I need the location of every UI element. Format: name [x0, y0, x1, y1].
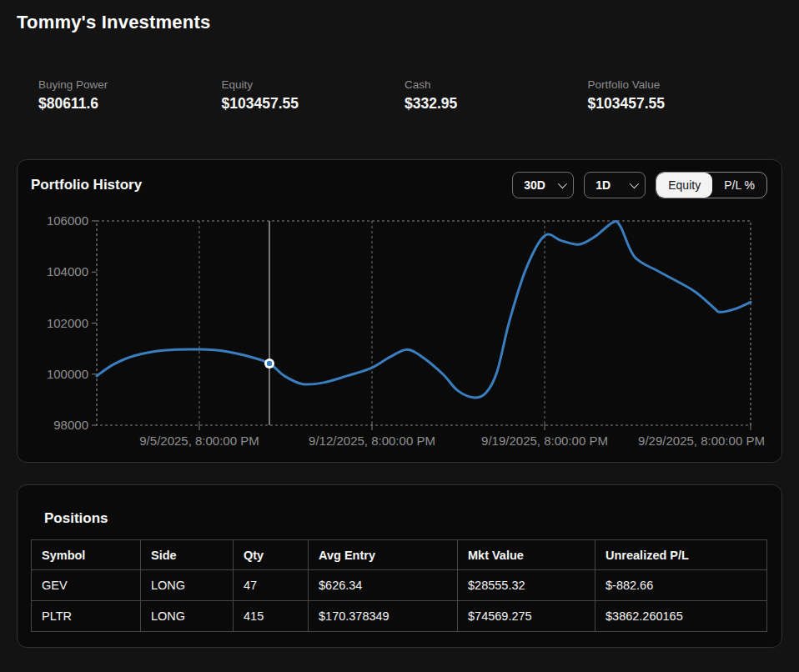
chart-controls: 30D 1D Equity P/L % — [512, 172, 767, 198]
portfolio-history-title: Portfolio History — [31, 177, 142, 193]
cell-unrealized-pl: $-882.66 — [595, 570, 767, 601]
table-row: GEV LONG 47 $626.34 $28555.32 $-882.66 — [32, 570, 767, 601]
column-header-mkt-value: Mkt Value — [458, 540, 595, 570]
account-stats: Buying Power $80611.6 Equity $103457.55 … — [38, 78, 771, 113]
stat-cash: Cash $332.95 — [405, 78, 588, 113]
chevron-down-icon — [558, 179, 567, 188]
interval-select[interactable]: 1D — [584, 172, 646, 198]
column-header-symbol: Symbol — [32, 540, 141, 570]
portfolio-history-card: Portfolio History 30D 1D Equity P/L % 98… — [17, 159, 782, 463]
interval-select-value: 1D — [595, 178, 611, 192]
range-select-value: 30D — [524, 178, 545, 192]
positions-title: Positions — [18, 485, 781, 527]
table-header-row: Symbol Side Qty Avg Entry Mkt Value Unre… — [32, 540, 767, 570]
cell-side: LONG — [141, 570, 234, 601]
column-header-unrealized-pl: Unrealized P/L — [595, 540, 767, 570]
stat-value: $103457.55 — [588, 95, 771, 113]
range-select[interactable]: 30D — [512, 172, 574, 198]
positions-card: Positions Symbol Side Qty Avg Entry Mkt … — [17, 484, 782, 648]
svg-text:106000: 106000 — [47, 213, 88, 228]
cell-avg-entry: $626.34 — [309, 570, 458, 601]
chart-mode-toggle: Equity P/L % — [656, 172, 767, 198]
chevron-down-icon — [630, 179, 639, 188]
cell-mkt-value: $28555.32 — [458, 570, 595, 601]
page-title: Tommy's Investments — [17, 0, 782, 33]
svg-text:100000: 100000 — [47, 367, 88, 381]
table-row: PLTR LONG 415 $170.378349 $74569.275 $38… — [32, 601, 767, 632]
cell-side: LONG — [141, 601, 234, 632]
equity-toggle-button[interactable]: Equity — [656, 173, 712, 198]
cell-avg-entry: $170.378349 — [309, 601, 458, 632]
column-header-side: Side — [141, 540, 234, 570]
stat-label: Portfolio Value — [588, 78, 771, 91]
column-header-qty: Qty — [234, 540, 309, 570]
stat-equity: Equity $103457.55 — [222, 78, 405, 113]
cell-unrealized-pl: $3862.260165 — [595, 601, 767, 632]
svg-text:102000: 102000 — [47, 316, 88, 330]
stat-label: Equity — [222, 78, 405, 91]
stat-label: Cash — [405, 78, 588, 91]
cell-symbol: PLTR — [32, 601, 141, 632]
stat-value: $332.95 — [405, 95, 588, 113]
stat-portfolio-value: Portfolio Value $103457.55 — [588, 78, 771, 113]
svg-text:9/5/2025, 8:00:00 PM: 9/5/2025, 8:00:00 PM — [139, 434, 259, 448]
dashboard-page: Tommy's Investments Buying Power $80611.… — [0, 0, 799, 648]
stat-value: $103457.55 — [222, 95, 405, 113]
stat-value: $80611.6 — [38, 95, 222, 113]
positions-table: Symbol Side Qty Avg Entry Mkt Value Unre… — [31, 539, 767, 632]
stat-label: Buying Power — [38, 78, 222, 91]
svg-text:98000: 98000 — [53, 418, 88, 432]
svg-text:9/12/2025, 8:00:00 PM: 9/12/2025, 8:00:00 PM — [309, 434, 435, 448]
column-header-avg-entry: Avg Entry — [309, 540, 458, 570]
pl-percent-toggle-button[interactable]: P/L % — [712, 173, 766, 198]
cell-qty: 47 — [234, 570, 309, 601]
cell-qty: 415 — [234, 601, 309, 632]
cell-mkt-value: $74569.275 — [458, 601, 595, 632]
cell-symbol: GEV — [32, 570, 141, 601]
portfolio-history-chart[interactable]: 980001000001020001040001060009/5/2025, 8… — [18, 160, 781, 462]
svg-text:104000: 104000 — [47, 264, 88, 278]
svg-text:9/29/2025, 8:00:00 PM: 9/29/2025, 8:00:00 PM — [638, 434, 765, 448]
stat-buying-power: Buying Power $80611.6 — [38, 78, 222, 113]
portfolio-history-header: Portfolio History 30D 1D Equity P/L % — [18, 160, 781, 198]
svg-text:9/19/2025, 8:00:00 PM: 9/19/2025, 8:00:00 PM — [481, 434, 608, 448]
